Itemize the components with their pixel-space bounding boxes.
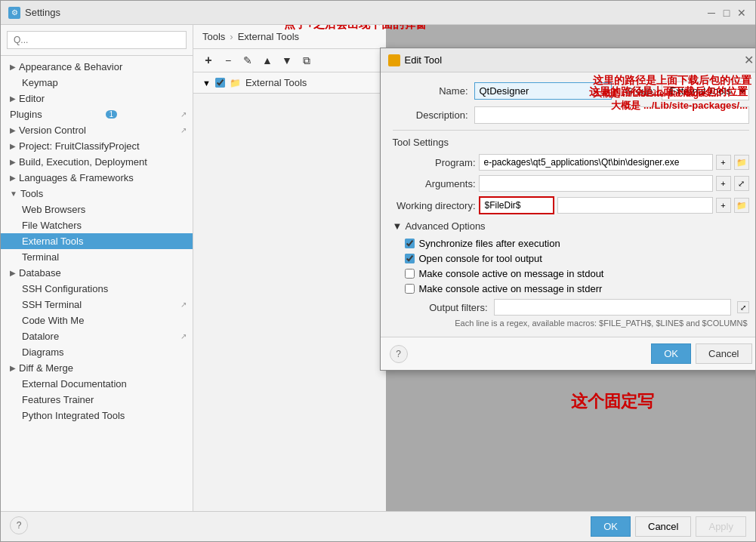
remove-tool-button[interactable]: − <box>219 52 237 69</box>
sidebar-item-keymap[interactable]: Keymap <box>1 75 193 91</box>
arrow-icon: ▶ <box>10 158 16 166</box>
arguments-input[interactable] <box>479 175 713 192</box>
sidebar-item-code-with-me[interactable]: Code With Me <box>1 313 193 328</box>
modal-body: Name: Group: External Tools Description: <box>381 72 756 337</box>
sidebar-item-label: SSH Configurations <box>22 283 108 294</box>
name-input[interactable] <box>474 82 612 100</box>
advanced-section: ▼ Advanced Options Synchronize files aft… <box>393 220 749 328</box>
sidebar-item-languages[interactable]: ▶ Languages & Frameworks <box>1 170 193 186</box>
close-button[interactable]: ✕ <box>736 7 748 19</box>
window-controls: ─ □ ✕ <box>705 7 748 19</box>
modal-ok-button[interactable]: OK <box>651 343 691 364</box>
output-expand-btn[interactable]: ⤢ <box>737 301 749 313</box>
external-link-icon: ↗ <box>181 110 187 119</box>
sidebar-item-external-doc[interactable]: External Documentation <box>1 376 193 392</box>
sidebar-item-label: Terminal <box>22 251 59 263</box>
edit-tool-button[interactable]: ✎ <box>239 52 257 69</box>
tree-checkbox[interactable] <box>215 78 225 88</box>
sidebar-item-web-browsers[interactable]: Web Browsers <box>1 202 193 217</box>
sidebar-item-appearance[interactable]: ▶ Appearance & Behavior <box>1 59 193 75</box>
open-console-row: Open console for tool output <box>405 253 749 264</box>
open-console-label: Open console for tool output <box>419 253 542 264</box>
search-input[interactable] <box>7 31 187 49</box>
sync-files-checkbox[interactable] <box>405 239 415 248</box>
right-panel: Tools › External Tools + − ✎ ▲ ▼ ⧉ ▼ 📁 E… <box>193 25 755 511</box>
settings-window: ⚙ Settings ─ □ ✕ ▶ Appearance & Behavior <box>0 0 756 542</box>
maximize-button[interactable]: □ <box>721 7 733 19</box>
arguments-expand-btn[interactable]: ⤢ <box>734 176 749 191</box>
sidebar-item-file-watchers[interactable]: File Watchers <box>1 217 193 233</box>
sidebar-item-plugins[interactable]: Plugins 1 ↗ <box>1 106 193 122</box>
sidebar-item-label: Diagrams <box>22 346 64 358</box>
sidebar-item-build[interactable]: ▶ Build, Execution, Deployment <box>1 154 193 170</box>
arguments-row: Arguments: + ⤢ <box>393 175 749 192</box>
sidebar-item-terminal[interactable]: Terminal <box>1 249 193 265</box>
sidebar-item-label: External Documentation <box>22 378 127 390</box>
working-dir-rest[interactable] <box>557 197 713 214</box>
modal-cancel-button[interactable]: Cancel <box>696 343 751 364</box>
copy-tool-button[interactable]: ⧉ <box>298 52 316 69</box>
plugins-badge: 1 <box>106 110 118 119</box>
arrow-icon: ▶ <box>10 142 16 150</box>
modal-help-button[interactable]: ? <box>390 345 408 363</box>
working-dir-add-btn[interactable]: + <box>716 198 731 213</box>
sidebar-item-label: Web Browsers <box>22 204 85 215</box>
sidebar-item-diff-merge[interactable]: ▶ Diff & Merge <box>1 360 193 376</box>
cancel-button[interactable]: Cancel <box>635 516 691 537</box>
sidebar-item-label: Code With Me <box>22 315 84 326</box>
sidebar-item-project[interactable]: ▶ Project: FruitClassifyProject <box>1 138 193 154</box>
sidebar-item-version-control[interactable]: ▶ Version Control ↗ <box>1 122 193 138</box>
name-label: Name: <box>393 85 468 97</box>
move-up-button[interactable]: ▲ <box>258 52 276 69</box>
active-stderr-checkbox[interactable] <box>405 284 415 294</box>
program-add-btn[interactable]: + <box>716 155 731 170</box>
tree-expand-icon[interactable]: ▼ <box>202 79 211 88</box>
sidebar-item-ssh-config[interactable]: SSH Configurations <box>1 281 193 297</box>
sidebar-item-python-tools[interactable]: Python Integrated Tools <box>1 408 193 423</box>
breadcrumb-tools: Tools <box>202 31 225 42</box>
active-stderr-row: Make console active on message in stderr <box>405 283 749 294</box>
program-browse-btn[interactable]: 📁 <box>734 155 749 170</box>
help-button[interactable]: ? <box>10 516 28 534</box>
apply-button[interactable]: Apply <box>696 516 746 537</box>
add-tool-button[interactable]: + <box>199 52 218 69</box>
sidebar-item-ssh-terminal[interactable]: SSH Terminal ↗ <box>1 297 193 313</box>
minimize-button[interactable]: ─ <box>705 7 717 19</box>
active-stdout-checkbox[interactable] <box>405 269 415 279</box>
output-filters-input[interactable] <box>494 299 731 316</box>
sidebar-item-label: Editor <box>19 93 45 104</box>
description-input[interactable] <box>474 106 749 124</box>
arguments-label: Arguments: <box>393 178 476 189</box>
sidebar-item-features-trainer[interactable]: Features Trainer <box>1 392 193 408</box>
sidebar-item-database[interactable]: ▶ Database <box>1 265 193 281</box>
sidebar-item-label: Plugins <box>10 109 42 120</box>
arrow-icon: ▼ <box>10 189 17 198</box>
modal-close-button[interactable]: ✕ <box>744 53 754 67</box>
move-down-button[interactable]: ▼ <box>278 52 296 69</box>
sidebar-item-label: Languages & Frameworks <box>19 172 134 183</box>
sidebar-item-datalore[interactable]: Datalore ↗ <box>1 328 193 344</box>
program-input[interactable] <box>479 154 713 171</box>
ok-button[interactable]: OK <box>591 516 631 537</box>
sidebar-item-label: Appearance & Behavior <box>19 61 122 72</box>
sidebar-item-diagrams[interactable]: Diagrams <box>1 344 193 360</box>
working-dir-browse-btn[interactable]: 📁 <box>734 198 749 213</box>
advanced-content: Synchronize files after execution Open c… <box>393 238 749 328</box>
modal-overlay: Edit Tool ✕ Name: Group: External Tools <box>386 25 755 511</box>
advanced-toggle[interactable]: ▼ Advanced Options <box>393 220 749 232</box>
working-dir-input[interactable] <box>479 196 554 214</box>
tool-settings-section: Tool Settings Program: + 📁 Arguments: <box>393 130 749 214</box>
advanced-label: Advanced Options <box>405 220 485 232</box>
arguments-add-btn[interactable]: + <box>716 176 731 191</box>
sidebar-item-editor[interactable]: ▶ Editor <box>1 91 193 106</box>
arrow-icon: ▶ <box>10 63 16 71</box>
search-box <box>1 25 193 56</box>
sidebar-item-external-tools[interactable]: External Tools <box>1 233 193 249</box>
sidebar-item-tools[interactable]: ▼ Tools <box>1 186 193 202</box>
arrow-icon: ▶ <box>10 126 16 134</box>
open-console-checkbox[interactable] <box>405 254 415 263</box>
group-select[interactable]: External Tools <box>662 82 749 100</box>
breadcrumb-external-tools: External Tools <box>238 31 299 42</box>
arrow-icon: ▶ <box>10 174 16 182</box>
sidebar-item-label: Project: FruitClassifyProject <box>19 140 140 152</box>
